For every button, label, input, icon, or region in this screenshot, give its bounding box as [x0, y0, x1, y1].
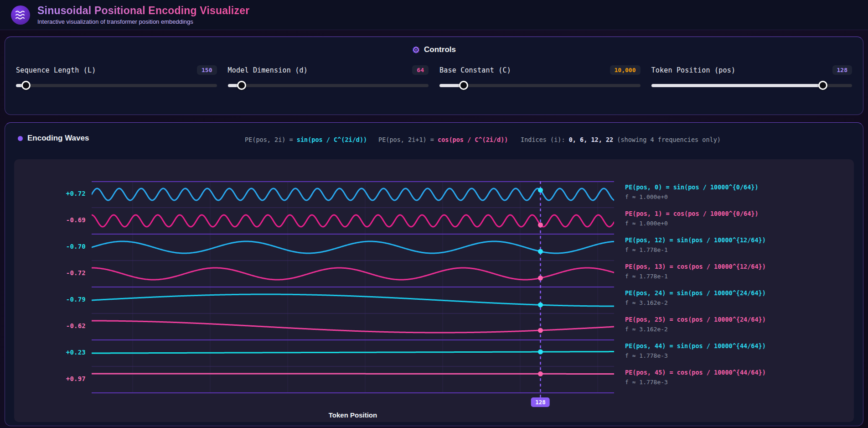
- sequence-length-slider[interactable]: [16, 81, 217, 90]
- wave-value-label: +0.97: [57, 375, 86, 382]
- wave-formula-label: PE(pos, 25) = cos(pos / 10000^{24/64}): [625, 316, 766, 323]
- wave-formula-label: PE(pos, 13) = cos(pos / 10000^{12/64}): [625, 263, 766, 270]
- wave-formula-label: PE(pos, 12) = sin(pos / 10000^{12/64}): [625, 236, 766, 244]
- token-position-label: Token Position (pos): [651, 66, 736, 74]
- waves-header: Encoding Waves PE(pos, 2i) = sin(pos / C…: [14, 130, 854, 148]
- encoding-waves-chart: [92, 181, 614, 399]
- app-header: Sinusoidal Positional Encoding Visualize…: [0, 0, 868, 30]
- encoding-waves-title: Encoding Waves: [27, 134, 89, 143]
- wave-freq-label: f ≈ 1.000e+0: [625, 220, 668, 227]
- cos-formula: PE(pos, 2i+1) = cos(pos / C^(2i/d)): [378, 136, 508, 143]
- control-base-constant: Base Constant (C) 10,000: [439, 65, 641, 90]
- wave-freq-label: f ≈ 1.778e-1: [625, 246, 668, 253]
- controls-grid: Sequence Length (L) 150 Model Dimension …: [16, 65, 852, 90]
- wave-value-label: -0.79: [57, 296, 86, 303]
- controls-card: ⚙ Controls Sequence Length (L) 150 Model…: [5, 37, 863, 115]
- base-constant-label: Base Constant (C): [439, 66, 511, 74]
- x-axis-label: Token Position: [92, 411, 614, 419]
- encoding-waves-card: Encoding Waves PE(pos, 2i) = sin(pos / C…: [5, 122, 863, 426]
- sequence-length-label: Sequence Length (L): [16, 66, 96, 74]
- sequence-length-value: 150: [197, 65, 217, 75]
- bullet-dot-icon: [18, 136, 23, 141]
- slider-fill: [651, 84, 823, 87]
- token-position-slider[interactable]: [651, 81, 852, 90]
- wave-value-label: -0.62: [57, 322, 86, 329]
- cos-formula-prefix: PE(pos, 2i+1) =: [378, 136, 438, 143]
- app-title: Sinusoidal Positional Encoding Visualize…: [37, 5, 249, 17]
- control-token-position: Token Position (pos) 128: [651, 65, 852, 90]
- model-dimension-label: Model Dimension (d): [228, 66, 308, 74]
- wave-value-label: -0.72: [57, 269, 86, 277]
- slider-thumb[interactable]: [21, 81, 31, 90]
- wave-freq-label: f ≈ 3.162e-2: [625, 299, 668, 306]
- wave-value-label: +0.72: [57, 190, 86, 197]
- waves-logo-icon: [11, 5, 30, 25]
- indices-note: (showing 4 frequencies only): [613, 136, 721, 143]
- position-marker-badge: 128: [531, 397, 550, 407]
- slider-thumb[interactable]: [818, 81, 827, 90]
- wave-value-label: -0.69: [57, 216, 86, 224]
- model-dimension-value: 64: [412, 65, 429, 75]
- wave-value-label: -0.70: [57, 243, 86, 250]
- controls-title: Controls: [424, 45, 456, 54]
- sin-formula-prefix: PE(pos, 2i) =: [245, 136, 297, 143]
- cos-formula-body: cos(pos / C^(2i/d)): [438, 136, 508, 143]
- wave-formula-label: PE(pos, 1) = cos(pos / 10000^{0/64}): [625, 210, 759, 217]
- wave-freq-label: f ≈ 3.162e-2: [625, 326, 668, 333]
- wave-freq-label: f ≈ 1.778e-1: [625, 273, 668, 280]
- indices-prefix: Indices (i):: [521, 136, 569, 143]
- wave-value-label: +0.23: [57, 349, 86, 356]
- model-dimension-slider[interactable]: [228, 81, 429, 90]
- control-model-dimension: Model Dimension (d) 64: [228, 65, 429, 90]
- chart-panel: +0.72-0.69-0.70-0.72-0.79-0.62+0.23+0.97…: [14, 159, 854, 422]
- slider-thumb[interactable]: [237, 81, 246, 90]
- wave-formula-label: PE(pos, 0) = sin(pos / 10000^{0/64}): [625, 183, 759, 191]
- wave-formula-label: PE(pos, 45) = cos(pos / 10000^{44/64}): [625, 369, 766, 376]
- base-constant-slider[interactable]: [439, 81, 641, 90]
- wave-freq-label: f ≈ 1.778e-3: [625, 352, 668, 359]
- gear-icon: ⚙: [412, 46, 420, 54]
- wave-freq-label: f ≈ 1.000e+0: [625, 193, 668, 200]
- base-constant-value: 10,000: [610, 65, 641, 75]
- control-sequence-length: Sequence Length (L) 150: [16, 65, 217, 90]
- slider-thumb[interactable]: [459, 81, 468, 90]
- app-subtitle: Interactive visualization of transformer…: [37, 18, 249, 25]
- wave-formula-label: PE(pos, 44) = sin(pos / 10000^{44/64}): [625, 342, 766, 350]
- sin-formula: PE(pos, 2i) = sin(pos / C^(2i/d)): [245, 136, 367, 143]
- sin-formula-body: sin(pos / C^(2i/d)): [297, 136, 367, 143]
- wave-formula-label: PE(pos, 24) = sin(pos / 10000^{24/64}): [625, 289, 766, 297]
- slider-track[interactable]: [439, 84, 641, 87]
- slider-track[interactable]: [228, 84, 429, 87]
- token-position-value: 128: [832, 65, 852, 75]
- indices-info: Indices (i): 0, 6, 12, 22 (showing 4 fre…: [521, 136, 721, 143]
- indices-values: 0, 6, 12, 22: [569, 136, 614, 143]
- wave-freq-label: f ≈ 1.778e-3: [625, 379, 668, 386]
- slider-track[interactable]: [16, 84, 217, 87]
